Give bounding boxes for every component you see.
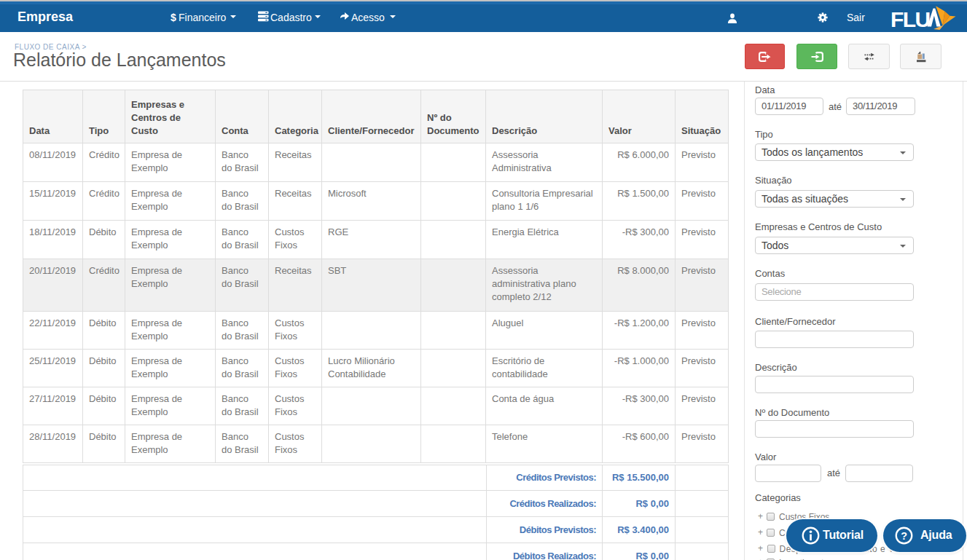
svg-text:FLU: FLU bbox=[890, 7, 930, 31]
svg-text:?: ? bbox=[901, 530, 907, 542]
